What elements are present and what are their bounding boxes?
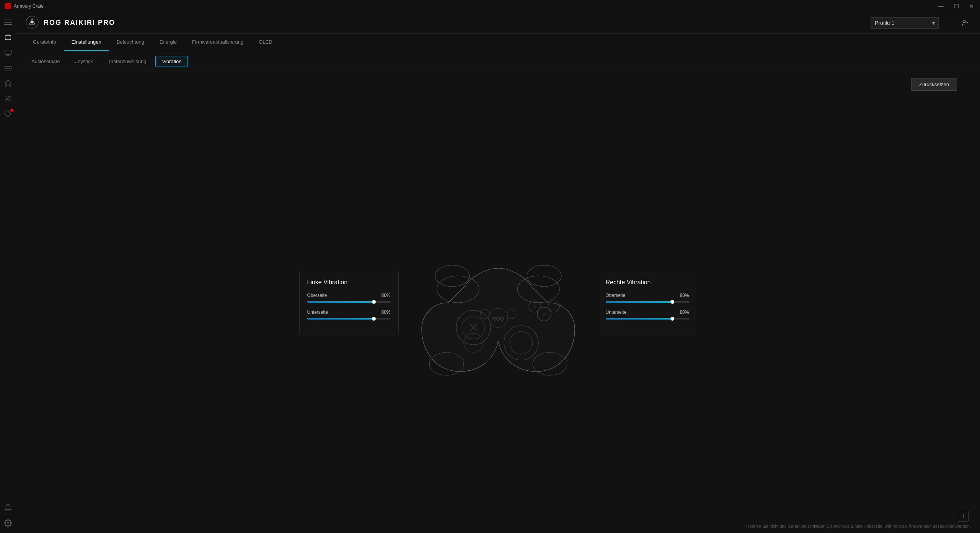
- svg-point-18: [527, 265, 561, 287]
- right-lower-thumb[interactable]: [670, 317, 674, 321]
- right-upper-slider-row: Oberseite 80%: [606, 293, 689, 303]
- app-icon: [5, 3, 11, 9]
- right-lower-value: 80%: [680, 310, 689, 315]
- right-panel-title: Rechte Vibration: [606, 279, 689, 286]
- left-lower-label-row: Unterseite 80%: [307, 310, 391, 315]
- tab-oled[interactable]: OLED: [251, 34, 280, 51]
- svg-point-11: [949, 20, 949, 21]
- sidebar-item-monitor[interactable]: [1, 46, 15, 60]
- svg-point-13: [949, 24, 949, 25]
- svg-point-6: [6, 96, 8, 99]
- right-upper-track: [606, 301, 689, 303]
- svg-point-10: [31, 21, 33, 23]
- right-upper-fill: [606, 301, 672, 303]
- sidebar-item-users[interactable]: [1, 92, 15, 106]
- window-controls: — ❐ ✕: [937, 0, 975, 12]
- profile-select[interactable]: Profile 1 Profile 2 Profile 3: [870, 17, 939, 29]
- right-lower-label: Unterseite: [606, 310, 627, 315]
- svg-point-14: [963, 20, 965, 23]
- svg-point-17: [435, 265, 470, 287]
- right-upper-value: 80%: [680, 293, 689, 298]
- main-content: ROG RAIKIRI PRO Profile 1 Profile 2 Prof…: [16, 12, 980, 533]
- sidebar-item-device[interactable]: [1, 31, 15, 44]
- left-upper-label-row: Oberseite 80%: [307, 293, 391, 298]
- profile-area: Profile 1 Profile 2 Profile 3: [870, 17, 971, 29]
- tab-einstellungen[interactable]: Einstellungen: [64, 34, 109, 51]
- footer-note: *Trennen Sie nicht das Gerät und schließ…: [744, 524, 971, 528]
- close-button[interactable]: ✕: [968, 2, 975, 10]
- right-lower-label-row: Unterseite 80%: [606, 310, 689, 315]
- left-upper-track: [307, 301, 391, 303]
- svg-text:X: X: [533, 305, 536, 309]
- left-lower-slider-row: Unterseite 80%: [307, 310, 391, 319]
- logo: ROG RAIKIRI PRO: [25, 15, 115, 30]
- subtab-joystick[interactable]: Joystick: [69, 56, 99, 67]
- sidebar-item-keyboard[interactable]: [1, 61, 15, 75]
- right-upper-thumb[interactable]: [670, 300, 674, 304]
- tab-geraeteinfo[interactable]: Geräteinfo: [25, 34, 64, 51]
- left-panel-title: Linke Vibration: [307, 279, 391, 286]
- svg-rect-3: [5, 36, 11, 40]
- left-lower-track: [307, 318, 391, 319]
- left-upper-thumb[interactable]: [372, 300, 376, 304]
- right-upper-label-row: Oberseite 80%: [606, 293, 689, 298]
- left-lower-thumb[interactable]: [372, 317, 376, 321]
- vibration-layout: Linke Vibration Oberseite 80%: [16, 72, 980, 533]
- subtab-tastenzuweisung[interactable]: Tastenzuweisung: [102, 56, 153, 67]
- minimize-button[interactable]: —: [937, 2, 945, 10]
- rog-icon: [25, 15, 39, 30]
- svg-rect-5: [5, 66, 11, 70]
- svg-point-8: [7, 522, 9, 524]
- left-upper-label: Oberseite: [307, 293, 327, 298]
- tab-firmwareaktualisierung[interactable]: Firmwareaktualisierung: [184, 34, 251, 51]
- left-lower-fill: [307, 318, 374, 319]
- svg-rect-4: [5, 50, 11, 55]
- sidebar-item-tag[interactable]: [1, 107, 15, 121]
- tab-energie[interactable]: Energie: [152, 34, 184, 51]
- restore-button[interactable]: ❐: [952, 2, 960, 10]
- svg-text:ROG: ROG: [492, 316, 504, 322]
- subtab-auslosetaste[interactable]: Auslösetaste: [25, 56, 66, 67]
- svg-rect-1: [4, 22, 12, 23]
- subtabs: Auslösetaste Joystick Tastenzuweisung Vi…: [16, 51, 980, 72]
- profile-dropdown-wrap: Profile 1 Profile 2 Profile 3: [870, 17, 939, 29]
- badge: [10, 109, 13, 112]
- app-container: ROG RAIKIRI PRO Profile 1 Profile 2 Prof…: [0, 12, 980, 533]
- sidebar: [0, 12, 16, 533]
- sidebar-item-headset[interactable]: [1, 77, 15, 90]
- plus-button[interactable]: +: [958, 511, 969, 522]
- svg-rect-0: [4, 20, 12, 20]
- tab-beleuchtung[interactable]: Beleuchtung: [109, 34, 152, 51]
- right-vibration-panel: Rechte Vibration Oberseite 80%: [598, 271, 697, 334]
- controller-area: B X ROG: [399, 222, 598, 383]
- tabs: Geräteinfo Einstellungen Beleuchtung Ene…: [16, 34, 980, 51]
- product-name: ROG RAIKIRI PRO: [44, 19, 115, 27]
- sidebar-item-menu[interactable]: [1, 15, 15, 29]
- profile-menu-button[interactable]: [943, 17, 955, 29]
- sidebar-item-notification[interactable]: [1, 501, 15, 515]
- sidebar-item-settings[interactable]: [1, 516, 15, 530]
- right-upper-label: Oberseite: [606, 293, 626, 298]
- right-lower-track: [606, 318, 689, 319]
- subtab-vibration[interactable]: Vibration: [155, 56, 188, 67]
- svg-point-12: [949, 22, 949, 23]
- left-vibration-panel: Linke Vibration Oberseite 80%: [299, 271, 399, 334]
- content-area: Zurücksetzen Linke Vibration Oberseite 8…: [16, 72, 980, 533]
- right-lower-fill: [606, 318, 672, 319]
- left-upper-fill: [307, 301, 374, 303]
- left-upper-value: 80%: [381, 293, 390, 298]
- left-upper-slider-row: Oberseite 80%: [307, 293, 391, 303]
- svg-text:B: B: [542, 312, 545, 317]
- left-lower-label: Unterseite: [307, 310, 328, 315]
- reset-button[interactable]: Zurücksetzen: [911, 78, 957, 91]
- svg-rect-2: [4, 24, 12, 25]
- header: ROG RAIKIRI PRO Profile 1 Profile 2 Prof…: [16, 12, 980, 34]
- left-lower-value: 80%: [381, 310, 390, 315]
- app-title: Armoury Crate: [14, 3, 44, 9]
- titlebar: Armoury Crate — ❐ ✕: [0, 0, 980, 12]
- profile-settings-icon[interactable]: [959, 17, 971, 29]
- right-lower-slider-row: Unterseite 80%: [606, 310, 689, 319]
